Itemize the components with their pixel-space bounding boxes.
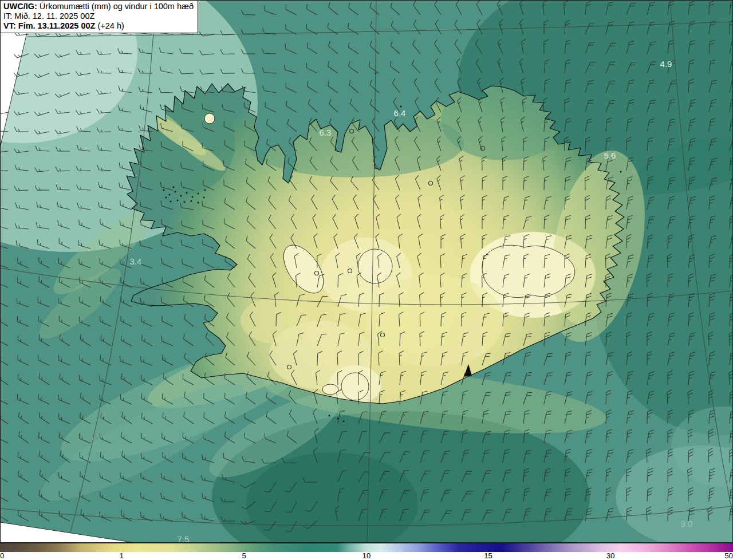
map-canvas: 6.46.35.64.93.41.60.89.07.5 — [0, 0, 733, 543]
colorbar-tick-label: 15 — [484, 552, 492, 560]
colorbar-tick-label: 5 — [242, 552, 246, 560]
colorbar-tick-label: 30 — [606, 552, 614, 560]
colorbar-tick-label: 10 — [362, 552, 371, 560]
weather-map: 6.46.35.64.93.41.60.89.07.5 UWC/IG: Úrko… — [0, 0, 733, 543]
extrema-label: 1.6 — [361, 264, 373, 274]
extrema-label: 5.6 — [604, 151, 616, 160]
extrema-label: 7.5 — [178, 534, 190, 543]
precipitation-colorbar: 01510153050 — [0, 543, 733, 560]
extrema-label: 9.0 — [681, 519, 693, 529]
colorbar-tick-label: 1 — [120, 552, 124, 560]
title-box: UWC/IG: Úrkomumætti (mm) og vindur i 100… — [0, 0, 198, 33]
extrema-label: 4.9 — [660, 59, 672, 69]
extrema-label: 0.8 — [474, 348, 486, 357]
extrema-label: 3.4 — [130, 257, 142, 266]
colorbar-tick-label: 0 — [0, 552, 4, 560]
extrema-label: 6.4 — [394, 108, 406, 118]
model-name: UWC/IG: — [3, 2, 37, 11]
title-line-valid: VT: Fim. 13.11.2025 00Z (+24 h) — [3, 21, 194, 31]
product-name: Úrkomumætti (mm) og vindur i 100m hæð — [37, 2, 194, 11]
valid-offset: (+24 h) — [95, 21, 124, 30]
colorbar-tick-labels: 01510153050 — [0, 552, 733, 560]
title-line-init: IT: Mið. 12. 11. 2025 00Z — [3, 11, 194, 21]
extrema-label: 6.3 — [320, 128, 332, 137]
colorbar-tick-label: 50 — [725, 552, 733, 560]
title-line-product: UWC/IG: Úrkomumætti (mm) og vindur i 100… — [3, 2, 194, 11]
valid-time: VT: Fim. 13.11.2025 00Z — [3, 21, 95, 30]
